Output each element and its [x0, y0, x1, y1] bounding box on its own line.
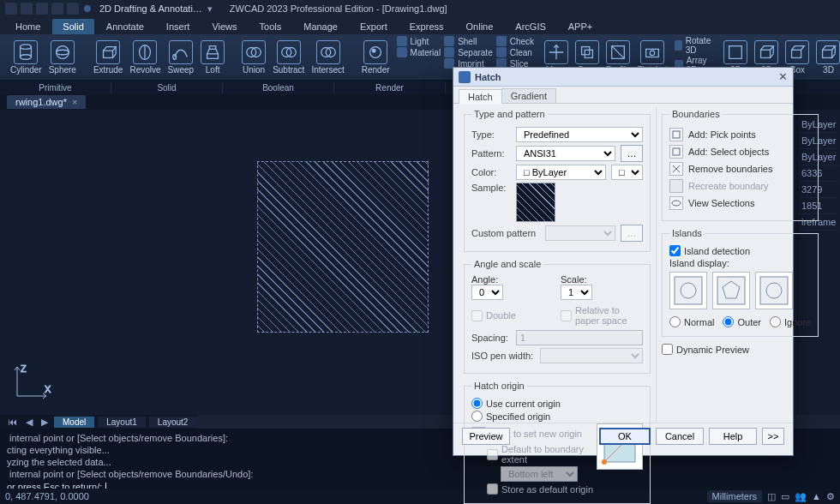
command-prompt[interactable]: or press Esc to return/:	[7, 482, 833, 489]
menu-tab-tools[interactable]: Tools	[249, 19, 292, 34]
subtract-tool[interactable]: Subtract	[273, 40, 304, 75]
tab-nav-prev-icon[interactable]: ◀	[23, 417, 35, 428]
menu-tab-home[interactable]: Home	[5, 19, 51, 34]
expand-button[interactable]: >>	[762, 428, 784, 445]
sample-swatch[interactable]	[516, 183, 555, 222]
chevron-down-icon[interactable]: ▾	[207, 3, 213, 15]
document-tab[interactable]: rwing1.dwg* ×	[7, 95, 86, 109]
island-normal-chip[interactable]	[669, 272, 707, 309]
pattern-label: Pattern:	[471, 148, 511, 159]
cylinder-tool[interactable]: Cylinder	[10, 40, 42, 75]
add-select-objects-button[interactable]: Add: Select objects	[669, 145, 811, 159]
svg-text:X: X	[45, 384, 51, 394]
layout-tab-model[interactable]: Model	[54, 417, 94, 428]
svg-point-10	[173, 54, 177, 59]
close-icon[interactable]: ✕	[778, 70, 788, 83]
color-bg-select[interactable]: □	[611, 165, 643, 180]
panel-label: Solid	[111, 82, 223, 93]
menu-tab-arcgis[interactable]: ArcGIS	[505, 19, 555, 34]
tab-nav-first-icon[interactable]: ⏮	[5, 417, 20, 427]
status-annotation-icon[interactable]: ▲	[812, 491, 821, 501]
status-toggle-icon[interactable]: ▭	[781, 491, 789, 502]
intersect-tool[interactable]: Intersect	[311, 40, 344, 75]
app-title: ZWCAD 2023 Professional Edition - [Drawi…	[230, 3, 447, 14]
status-people-icon[interactable]: 👥	[795, 491, 807, 502]
menu-tab-online[interactable]: Online	[456, 19, 504, 34]
menu-tab-insert[interactable]: Insert	[156, 19, 201, 34]
angle-select[interactable]: 0	[471, 285, 503, 300]
menu-tab-solid[interactable]: Solid	[52, 19, 93, 34]
add-pick-points-button[interactable]: Add: Pick points	[669, 128, 811, 141]
islands-group: Islands Island detection Island display:…	[662, 228, 819, 337]
hatched-rectangle	[257, 161, 429, 333]
status-gear-icon[interactable]: ⚙	[826, 491, 835, 502]
rotate-3d-tool[interactable]: Rotate 3D	[675, 36, 713, 55]
material-tool[interactable]: Material	[397, 47, 441, 57]
qat-open-icon[interactable]	[21, 3, 33, 15]
island-ignore-radio[interactable]	[770, 316, 781, 327]
sweep-tool[interactable]: Sweep	[168, 40, 195, 75]
close-icon[interactable]: ×	[72, 97, 77, 107]
shell-tool[interactable]: Shell	[444, 36, 493, 46]
tab-hatch[interactable]: Hatch	[459, 89, 502, 104]
qat-new-icon[interactable]	[5, 3, 17, 15]
menu-tab-annotate[interactable]: Annotate	[96, 19, 154, 34]
cancel-button[interactable]: Cancel	[656, 428, 704, 445]
separate-tool[interactable]: Separate	[444, 47, 493, 57]
qat-redo-icon[interactable]	[67, 3, 79, 15]
qat-save-icon[interactable]	[36, 3, 48, 15]
tab-gradient[interactable]: Gradient	[501, 88, 556, 103]
status-units[interactable]: Millimeters	[707, 490, 763, 502]
menu-tab-export[interactable]: Export	[350, 19, 398, 34]
specified-origin-radio[interactable]	[471, 411, 483, 422]
check-tool[interactable]: Check	[496, 36, 534, 46]
layout-tab-layout2[interactable]: Layout2	[149, 417, 197, 428]
sphere-tool[interactable]: Sphere	[49, 40, 76, 75]
help-button[interactable]: Help	[709, 428, 757, 445]
preview-button[interactable]: Preview	[462, 428, 510, 445]
ok-button[interactable]: OK	[599, 428, 651, 445]
view-selections-button[interactable]: View Selections	[669, 196, 811, 210]
color-select[interactable]: □ ByLayer	[516, 165, 606, 180]
render-tool[interactable]: Render	[362, 40, 390, 75]
island-outer-chip[interactable]	[712, 272, 750, 309]
svg-rect-23	[582, 46, 590, 54]
label: Outer	[737, 317, 761, 327]
group-label: Angle and scale	[471, 259, 543, 269]
iso-label: ISO pen width:	[471, 351, 535, 361]
island-detection-checkbox[interactable]	[669, 245, 681, 256]
label: Add: Pick points	[688, 129, 756, 140]
dialog-titlebar[interactable]: Hatch ✕	[453, 68, 793, 87]
island-normal-radio[interactable]	[669, 316, 681, 327]
workspace-dropdown[interactable]: 2D Drafting & Annotati…	[99, 3, 202, 14]
hatch-dialog: Hatch ✕ Hatch Gradient Type and pattern …	[453, 67, 794, 456]
union-tool[interactable]: Union	[242, 40, 266, 75]
light-tool[interactable]: Light	[397, 36, 441, 46]
dynamic-preview-checkbox[interactable]	[662, 344, 673, 355]
qat-undo-icon[interactable]	[51, 3, 63, 15]
island-ignore-chip[interactable]	[755, 272, 793, 309]
menu-tab-app+[interactable]: APP+	[558, 19, 603, 34]
remove-boundaries-button[interactable]: Remove boundaries	[669, 162, 811, 176]
check-icon	[496, 36, 507, 46]
loft-tool[interactable]: Loft	[201, 40, 225, 75]
status-coords: 0, 487.4791, 0.0000	[5, 491, 89, 501]
scale-select[interactable]: 1	[561, 285, 592, 300]
3d-tool[interactable]: 3D	[816, 40, 840, 75]
clean-tool[interactable]: Clean	[496, 47, 534, 57]
pattern-browse-button[interactable]: …	[621, 145, 643, 162]
extrude-tool[interactable]: Extrude	[93, 40, 123, 75]
type-select[interactable]: Predefined	[516, 127, 643, 142]
menu-tab-express[interactable]: Express	[399, 19, 454, 34]
use-current-origin-radio[interactable]	[471, 398, 483, 409]
revolve-tool[interactable]: Revolve	[129, 40, 160, 75]
tab-nav-next-icon[interactable]: ▶	[39, 417, 51, 428]
menu-tab-manage[interactable]: Manage	[293, 19, 348, 34]
light-icon	[397, 36, 407, 46]
pattern-select[interactable]: ANSI31	[516, 146, 615, 161]
layout-tab-layout1[interactable]: Layout1	[98, 417, 146, 428]
hatch-icon	[459, 71, 471, 83]
island-outer-radio[interactable]	[723, 316, 734, 327]
status-toggle-icon[interactable]: ◫	[767, 491, 776, 502]
menu-tab-views[interactable]: Views	[201, 19, 247, 34]
